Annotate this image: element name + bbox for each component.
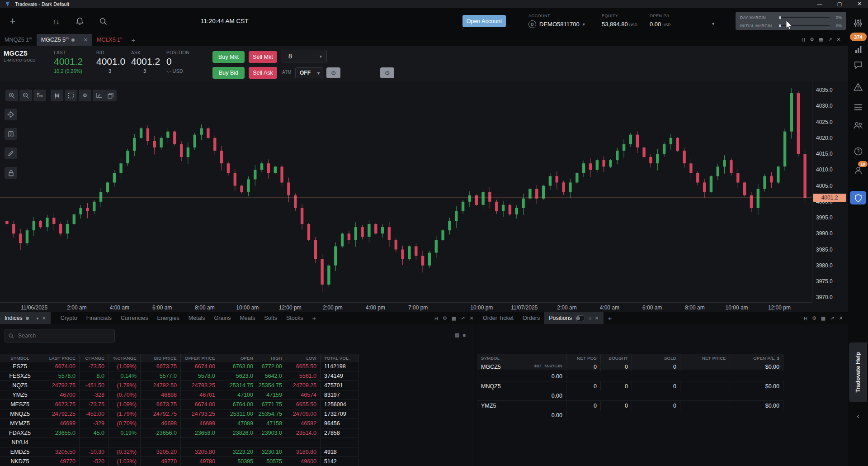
maximize-button[interactable]: ▢ [833,0,846,8]
collapse-chevron-icon[interactable]: ‹ [848,412,868,421]
sell-ask-button[interactable]: Sell Ask [249,67,277,79]
column-header[interactable]: SOLD [632,354,680,362]
close-tab-icon[interactable]: ✕ [594,315,599,321]
tune-sliders-icon[interactable] [848,19,868,28]
search-input[interactable] [17,332,111,339]
help-question-icon[interactable]: ? [848,147,868,156]
zoom-out-icon[interactable] [19,90,32,101]
quantity-stepper[interactable]: 8▾ [282,50,327,62]
module-close-icon[interactable]: ✕ [836,37,840,43]
position-row-YMZ5[interactable]: YMZ5000$0.000.00 [477,401,783,420]
module-close-icon[interactable]: ✕ [839,315,843,321]
positions-toggle-switch[interactable] [575,315,585,321]
quote-row-FESXZ5[interactable]: FESXZ55578.08.00.14%5577.05578.05623.056… [0,371,359,381]
user-profile-icon[interactable] [848,166,868,175]
journal-lines-icon[interactable] [848,104,868,111]
column-header[interactable]: OFFER PRICE [181,354,219,362]
add-panel-icon[interactable]: + [604,312,617,324]
notifications-bell-icon[interactable] [74,16,85,27]
close-tab-icon[interactable]: ✕ [84,37,88,43]
module-layout-icon[interactable]: ▦ [819,37,823,43]
close-tab-icon[interactable]: ✕ [42,315,46,321]
stats-bars-icon[interactable] [848,46,868,53]
hide-module-icon[interactable]: H [804,316,807,321]
watchlist-tab-meats[interactable]: Meats [235,312,259,324]
tab-mclx5[interactable]: MCLX5 1h [92,34,127,46]
buy-bid-button[interactable]: Buy Bid [212,67,245,79]
tab-positions[interactable]: Positions ≡ ✕ [544,312,603,324]
order-settings-gear-icon[interactable]: ⚙ [326,67,340,78]
marquee-select-icon[interactable] [65,90,77,101]
list-view-icon[interactable]: ≡ [462,333,465,338]
new-tab-icon[interactable]: + [127,34,140,46]
column-header[interactable]: BOUGHT [601,354,632,362]
zoom-in-icon[interactable] [5,90,18,101]
chevron-down-icon[interactable]: ▾ [37,316,39,321]
module-layout-icon[interactable]: ▦ [821,315,826,321]
quote-row-MESZ5[interactable]: MESZ56673.75-73.75(1.09%)6673.756674.006… [0,400,359,409]
notification-count-badge[interactable]: 374 [850,33,867,41]
quote-row-ESZ5[interactable]: ESZ56674.00-73.50(1.09%)6673.756674.0067… [0,362,359,371]
search-icon[interactable] [98,16,108,27]
module-settings-gear-icon[interactable]: ⚙ [810,37,814,43]
shield-active-button[interactable] [850,191,866,204]
column-header[interactable]: TOTAL VOL. [321,354,359,362]
column-header[interactable]: OPEN [219,354,257,362]
grid-view-icon[interactable]: ▦ [455,332,459,338]
column-header[interactable]: SYMBOL [0,354,40,362]
minimize-button[interactable]: — [813,0,826,8]
tradovate-help-tab[interactable]: Tradovate Help [849,342,867,402]
tif-settings-gear-icon[interactable]: ⚙ [380,67,394,78]
watchlist-tab-currencies[interactable]: Currencies [116,312,152,324]
hide-module-icon[interactable]: H [802,37,805,43]
account-expand-chevron-icon[interactable]: ▾ [712,21,714,26]
tab-indices[interactable]: Indices ▾ ✕ [0,312,51,324]
period-button[interactable]: 5m [33,90,46,101]
duplicate-icon[interactable] [104,90,117,101]
quote-row-EMDZ5[interactable]: EMDZ53205.50-10.30(0.32%)3205.203205.803… [0,447,359,457]
column-header[interactable]: %CHANGE [108,354,141,362]
watchlist-tab-financials[interactable]: Financials [82,312,116,324]
watchlist-tab-softs[interactable]: Softs [259,312,282,324]
quote-row-MYMZ5[interactable]: MYMZ546699-329(0.70%)4669846699470894715… [0,419,359,428]
column-header[interactable]: LAST PRICE [40,354,80,362]
lock-tool[interactable] [5,167,17,179]
column-header[interactable]: NET POS [566,354,601,362]
watchlist-tab-grains[interactable]: Grains [210,312,236,324]
module-popout-icon[interactable]: ↗ [461,315,465,321]
module-settings-gear-icon[interactable]: ⚙ [812,315,816,321]
quote-row-YMZ5[interactable]: YMZ546700-328(0.70%)46698467014710047159… [0,390,359,400]
add-watchlist-icon[interactable]: + [307,312,321,324]
tab-mnqz5[interactable]: MNQZ5 1m [0,34,37,46]
quote-row-MNQZ5[interactable]: MNQZ524792.25-452.00(1.79%)24792.7524793… [0,409,359,419]
module-close-icon[interactable]: ✕ [469,315,473,321]
position-row-MGCZ5[interactable]: MGCZ5000$0.000.00 [477,362,783,381]
watchlist-tab-stocks[interactable]: Stocks [282,312,308,324]
hide-module-icon[interactable]: H [434,316,438,321]
time-axis[interactable]: 11/06/20252:00 am4:00 am6:00 am8:00 am10… [0,302,812,313]
watchlist-tab-energies[interactable]: Energies [152,312,184,324]
transfer-icon[interactable]: ↑↓ [51,16,61,27]
column-header[interactable]: SYMBOL [477,354,566,362]
add-module-icon[interactable]: + [7,16,18,27]
chart-settings-gear-icon[interactable]: ⚙ [79,90,91,101]
module-settings-gear-icon[interactable]: ⚙ [443,315,447,321]
quote-row-FDAXZ5[interactable]: FDAXZ523655.045.00.19%23656.023658.02382… [0,428,359,438]
axis-scale-icon[interactable] [93,90,105,101]
column-header[interactable]: LOW [286,354,321,362]
atm-select[interactable]: OFF▾ [295,67,323,78]
candlestick-chart[interactable] [0,81,812,302]
list-view-icon[interactable]: ≡ [588,315,591,321]
column-header[interactable]: CHANGE [80,354,108,362]
module-popout-icon[interactable]: ↗ [828,37,832,43]
notes-tool[interactable] [5,128,17,140]
watchlist-tab-crypto[interactable]: Crypto [56,312,82,324]
candlestick-type-icon[interactable] [51,90,63,101]
close-button[interactable]: ✕ [853,0,866,8]
crosshair-tool[interactable] [5,109,17,120]
column-header[interactable]: NET PRICE [680,354,730,362]
module-layout-icon[interactable]: ▦ [452,315,456,321]
watchlist-search[interactable] [5,329,115,342]
sell-mkt-button[interactable]: Sell Mkt [249,51,277,63]
community-users-icon[interactable] [848,122,868,129]
